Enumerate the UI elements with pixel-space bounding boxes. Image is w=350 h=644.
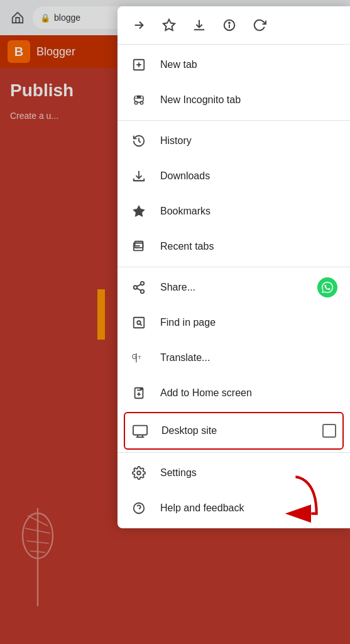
find-icon [130, 316, 148, 330]
find-label: Find in page [160, 317, 337, 328]
new-tab-label: New tab [160, 59, 337, 70]
recent-tabs-icon [130, 240, 148, 253]
dt-refresh[interactable] [246, 11, 273, 39]
svg-line-36 [140, 324, 142, 326]
bookmarks-label: Bookmarks [160, 206, 337, 217]
svg-point-19 [140, 101, 143, 104]
history-icon [130, 134, 148, 148]
svg-point-22 [141, 96, 143, 98]
menu-item-find[interactable]: Find in page [118, 305, 350, 340]
svg-text:T: T [138, 355, 141, 360]
svg-point-45 [137, 471, 141, 475]
incognito-icon [130, 93, 148, 107]
menu-list: New tab New Incognito tab [118, 45, 350, 528]
desktop-checkbox[interactable] [322, 424, 336, 438]
red-arrow [281, 472, 331, 535]
menu-item-desktop-site[interactable]: Desktop site [125, 413, 342, 448]
svg-point-31 [141, 290, 145, 294]
history-label: History [160, 135, 337, 147]
menu-item-share[interactable]: Share... [118, 270, 350, 305]
svg-point-29 [141, 282, 145, 286]
menu-item-add-home[interactable]: Add to Home screen [118, 375, 350, 411]
svg-point-13 [229, 22, 230, 23]
help-icon [130, 501, 148, 515]
svg-rect-41 [133, 426, 147, 435]
dropdown-toolbar [118, 6, 350, 45]
downloads-icon [130, 169, 148, 183]
menu-item-incognito[interactable]: New Incognito tab [118, 82, 350, 118]
desktop-site-label: Desktop site [161, 425, 310, 436]
menu-item-new-tab[interactable]: New tab [118, 47, 350, 82]
bookmarks-icon [130, 204, 148, 218]
desktop-site-checkbox[interactable] [322, 424, 336, 438]
menu-item-recent-tabs[interactable]: Recent tabs [118, 229, 350, 264]
dt-star[interactable] [155, 11, 183, 39]
new-tab-icon [130, 58, 148, 72]
recent-tabs-label: Recent tabs [160, 241, 337, 252]
share-icon [130, 280, 148, 294]
menu-item-history[interactable]: History [118, 123, 350, 158]
svg-line-32 [137, 288, 141, 291]
incognito-label: New Incognito tab [160, 94, 337, 106]
dropdown-menu: New tab New Incognito tab [118, 6, 350, 528]
svg-marker-24 [133, 206, 145, 216]
svg-point-18 [134, 101, 138, 104]
svg-point-30 [134, 286, 138, 289]
whatsapp-icon [317, 277, 337, 297]
add-home-icon [130, 386, 148, 400]
divider-3 [118, 452, 350, 453]
dt-forward[interactable] [125, 11, 153, 39]
downloads-label: Downloads [160, 170, 337, 182]
svg-line-33 [137, 284, 141, 287]
svg-rect-34 [134, 318, 145, 328]
add-home-label: Add to Home screen [160, 387, 337, 399]
menu-item-downloads[interactable]: Downloads [118, 158, 350, 194]
translate-icon: G T [130, 351, 148, 365]
svg-point-21 [135, 96, 137, 98]
translate-label: Translate... [160, 352, 337, 364]
desktop-site-icon [131, 424, 149, 438]
svg-point-35 [137, 321, 141, 325]
menu-item-bookmarks[interactable]: Bookmarks [118, 194, 350, 229]
menu-item-translate[interactable]: G T Translate... [118, 340, 350, 375]
divider-1 [118, 120, 350, 121]
share-label: Share... [160, 282, 305, 293]
settings-icon [130, 466, 148, 480]
share-extra [317, 277, 337, 297]
dt-download[interactable] [185, 11, 213, 39]
dt-info[interactable] [216, 11, 243, 39]
svg-rect-26 [135, 242, 143, 248]
divider-2 [118, 267, 350, 267]
desktop-site-box: Desktop site [124, 412, 344, 450]
svg-marker-9 [163, 19, 175, 30]
